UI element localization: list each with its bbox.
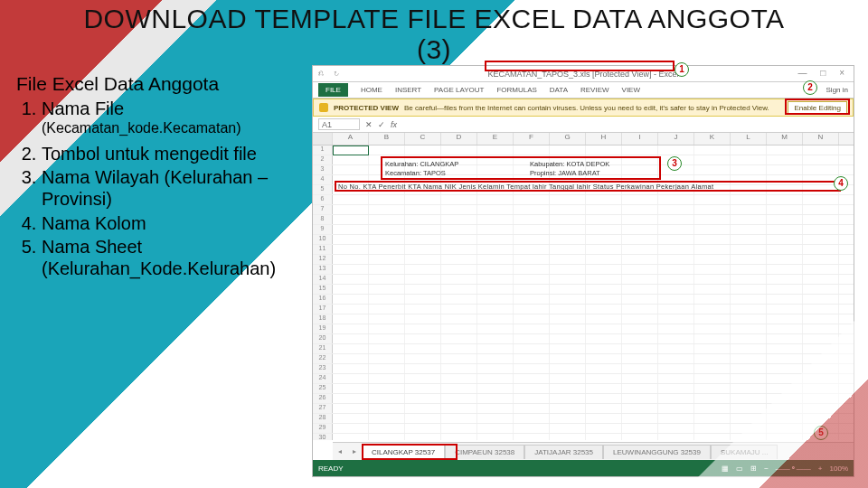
- quick-access-toolbar[interactable]: ⎌ ↻: [318, 68, 343, 78]
- cell[interactable]: [694, 275, 731, 284]
- cell[interactable]: [514, 235, 550, 244]
- cell[interactable]: [514, 404, 550, 413]
- col-header[interactable]: B: [369, 133, 405, 145]
- cell[interactable]: [441, 424, 477, 433]
- cell[interactable]: [586, 424, 622, 433]
- cell[interactable]: [586, 245, 622, 254]
- cell[interactable]: [767, 384, 803, 393]
- cell[interactable]: [550, 285, 586, 294]
- cell[interactable]: [586, 384, 622, 393]
- cell[interactable]: [586, 275, 622, 284]
- cell[interactable]: [441, 384, 477, 393]
- cell[interactable]: [658, 245, 694, 254]
- cell[interactable]: [622, 145, 658, 155]
- cell[interactable]: [731, 344, 767, 353]
- cell[interactable]: [586, 414, 622, 423]
- cell[interactable]: [514, 305, 550, 314]
- col-header[interactable]: N: [803, 133, 839, 145]
- cell[interactable]: [767, 334, 803, 343]
- sheet-nav-next-icon[interactable]: ▸: [347, 447, 362, 455]
- cell[interactable]: [405, 384, 441, 393]
- cell[interactable]: [477, 364, 514, 373]
- grid-row[interactable]: 29: [313, 424, 854, 434]
- cell[interactable]: [586, 285, 622, 294]
- cell[interactable]: [586, 235, 622, 244]
- cell[interactable]: [477, 285, 514, 294]
- cell[interactable]: [694, 404, 731, 413]
- sign-in-link[interactable]: Sign in: [826, 86, 848, 94]
- cell[interactable]: [333, 205, 369, 214]
- cancel-icon[interactable]: ✕: [365, 120, 373, 129]
- cell[interactable]: [514, 295, 550, 304]
- cell[interactable]: [803, 225, 839, 234]
- cell[interactable]: [767, 145, 803, 155]
- cell[interactable]: [694, 344, 731, 353]
- cell[interactable]: [514, 265, 550, 274]
- cell[interactable]: [586, 305, 622, 314]
- row-number[interactable]: 2: [313, 155, 333, 164]
- view-layout-icon[interactable]: ▭: [736, 465, 743, 473]
- cell[interactable]: [477, 205, 514, 214]
- cell[interactable]: [369, 235, 405, 244]
- cell[interactable]: [767, 215, 803, 224]
- grid-row[interactable]: 23: [313, 364, 854, 374]
- row-number[interactable]: 23: [313, 364, 333, 373]
- cell[interactable]: [333, 394, 369, 403]
- cell[interactable]: [550, 324, 586, 333]
- cell[interactable]: [694, 394, 731, 403]
- cell[interactable]: [767, 364, 803, 373]
- cell[interactable]: [694, 215, 731, 224]
- cell[interactable]: [477, 404, 514, 413]
- zoom-out-icon[interactable]: −: [764, 465, 769, 473]
- row-number[interactable]: 7: [313, 205, 333, 214]
- tab-data[interactable]: DATA: [550, 86, 568, 94]
- cell[interactable]: [405, 414, 441, 423]
- cell[interactable]: [369, 424, 405, 433]
- cell[interactable]: [477, 195, 514, 204]
- cell[interactable]: [405, 305, 441, 314]
- cell[interactable]: [405, 275, 441, 284]
- cell[interactable]: [550, 215, 586, 224]
- cell[interactable]: [477, 414, 514, 423]
- cell[interactable]: [405, 364, 441, 373]
- cell[interactable]: [477, 384, 514, 393]
- col-header[interactable]: K: [694, 133, 731, 145]
- cell[interactable]: [369, 384, 405, 393]
- cell[interactable]: [767, 305, 803, 314]
- tab-home[interactable]: HOME: [361, 86, 382, 94]
- row-number[interactable]: 10: [313, 235, 333, 244]
- cell[interactable]: [405, 235, 441, 244]
- row-number[interactable]: 15: [313, 285, 333, 294]
- cell[interactable]: [767, 255, 803, 264]
- cell[interactable]: [767, 275, 803, 284]
- cell[interactable]: [803, 314, 839, 324]
- col-header[interactable]: A: [333, 133, 369, 145]
- cell[interactable]: [658, 255, 694, 264]
- cell[interactable]: [514, 374, 550, 383]
- cell[interactable]: [694, 265, 731, 274]
- cell[interactable]: [333, 414, 369, 423]
- cell[interactable]: [803, 285, 839, 294]
- cell[interactable]: [694, 334, 731, 343]
- col-header[interactable]: G: [550, 133, 586, 145]
- cell[interactable]: [405, 205, 441, 214]
- cell[interactable]: [550, 245, 586, 254]
- cell[interactable]: [731, 275, 767, 284]
- grid-row[interactable]: 15: [313, 285, 854, 295]
- cell[interactable]: [405, 145, 441, 155]
- cell[interactable]: [803, 364, 839, 373]
- cell[interactable]: [441, 205, 477, 214]
- cell[interactable]: [369, 404, 405, 413]
- cell[interactable]: [405, 324, 441, 333]
- cell[interactable]: [477, 354, 514, 363]
- cell[interactable]: [586, 225, 622, 234]
- cell[interactable]: [622, 334, 658, 343]
- cell[interactable]: [586, 215, 622, 224]
- cell[interactable]: [441, 235, 477, 244]
- cell[interactable]: [477, 324, 514, 333]
- cell[interactable]: [369, 374, 405, 383]
- cell[interactable]: [477, 225, 514, 234]
- grid-row[interactable]: 9: [313, 225, 854, 235]
- view-normal-icon[interactable]: ▦: [722, 465, 729, 473]
- cell[interactable]: [441, 215, 477, 224]
